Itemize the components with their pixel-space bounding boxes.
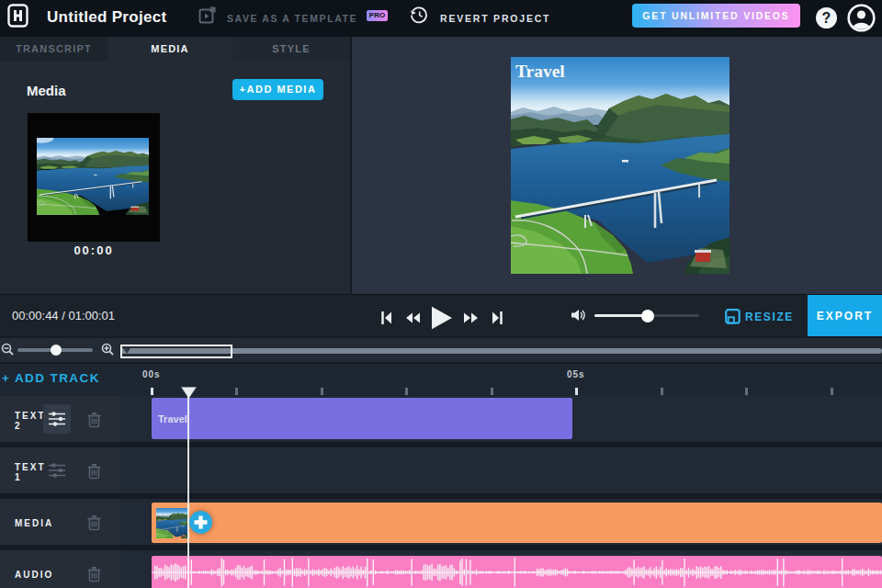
svg-text:Travel: Travel (515, 62, 565, 81)
